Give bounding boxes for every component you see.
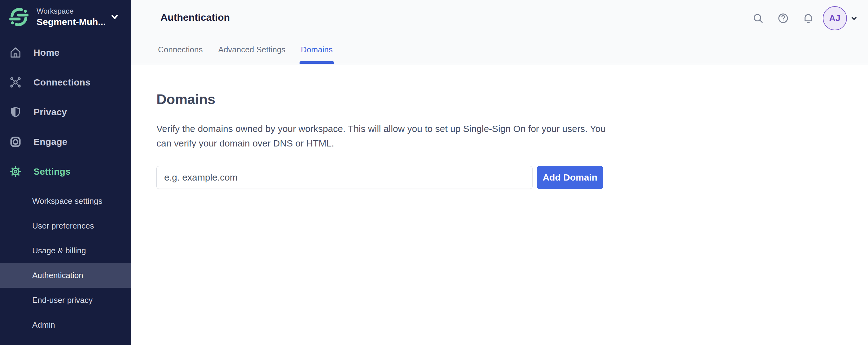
settings-subnav: Workspace settings User preferences Usag… xyxy=(0,189,131,337)
domains-section: Domains Verify the domains owned by your… xyxy=(131,92,868,189)
gear-icon xyxy=(9,165,22,178)
bell-icon[interactable] xyxy=(802,12,814,24)
tab-domains[interactable]: Domains xyxy=(300,45,333,64)
workspace-chevron-down-icon xyxy=(110,13,120,21)
home-icon xyxy=(9,46,22,59)
workspace-switcher[interactable]: Workspace Segment-Muh... xyxy=(0,0,131,33)
sidebar-item-settings[interactable]: Settings xyxy=(0,157,131,186)
tab-connections[interactable]: Connections xyxy=(157,45,204,64)
description-line: can verify your domain over DNS or HTML. xyxy=(156,136,868,151)
sidebar-item-label: Settings xyxy=(33,166,71,177)
sidebar-item-label: Connections xyxy=(33,77,90,88)
description-line: Verify the domains owned by your workspa… xyxy=(156,121,868,136)
workspace-name: Segment-Muh... xyxy=(36,16,105,28)
sidebar-item-label: Engage xyxy=(33,136,67,147)
search-icon[interactable] xyxy=(752,12,764,24)
sidebar-item-home[interactable]: Home xyxy=(0,38,131,67)
tab-advanced-settings[interactable]: Advanced Settings xyxy=(218,45,286,64)
avatar[interactable]: AJ xyxy=(823,6,847,30)
subnav-item-end-user-privacy[interactable]: End-user privacy xyxy=(0,288,131,312)
sidebar: Workspace Segment-Muh... Home Connecti xyxy=(0,0,131,345)
avatar-initials: AJ xyxy=(829,13,841,23)
page-title: Authentication xyxy=(160,12,230,23)
subnav-item-usage-billing[interactable]: Usage & billing xyxy=(0,238,131,263)
main-area: Authentication AJ Connectio xyxy=(131,0,868,345)
sidebar-item-connections[interactable]: Connections xyxy=(0,67,131,97)
sidebar-item-label: Home xyxy=(33,48,60,58)
topbar-actions: AJ xyxy=(752,6,859,30)
sidebar-item-label: Privacy xyxy=(33,107,67,117)
subnav-item-admin[interactable]: Admin xyxy=(0,312,131,337)
help-icon[interactable] xyxy=(777,12,789,24)
subnav-item-workspace-settings[interactable]: Workspace settings xyxy=(0,189,131,213)
add-domain-form: Add Domain xyxy=(156,166,868,189)
tab-bar: Connections Advanced Settings Domains xyxy=(157,45,333,64)
shield-icon xyxy=(9,106,22,118)
page-header: Authentication AJ Connectio xyxy=(131,0,868,64)
section-heading: Domains xyxy=(156,92,868,107)
avatar-chevron-down-icon[interactable] xyxy=(849,13,859,23)
domain-input[interactable] xyxy=(156,166,532,189)
add-domain-button[interactable]: Add Domain xyxy=(537,166,603,189)
section-description: Verify the domains owned by your workspa… xyxy=(156,121,868,151)
subnav-item-user-preferences[interactable]: User preferences xyxy=(0,213,131,238)
segment-logo-icon xyxy=(9,7,29,27)
workspace-label: Workspace xyxy=(36,6,105,16)
sidebar-nav: Home Connections Privacy xyxy=(0,38,131,186)
subnav-item-authentication[interactable]: Authentication xyxy=(0,263,131,288)
sidebar-item-privacy[interactable]: Privacy xyxy=(0,97,131,127)
sidebar-item-engage[interactable]: Engage xyxy=(0,127,131,157)
engage-icon xyxy=(9,136,22,148)
connections-icon xyxy=(9,76,22,89)
